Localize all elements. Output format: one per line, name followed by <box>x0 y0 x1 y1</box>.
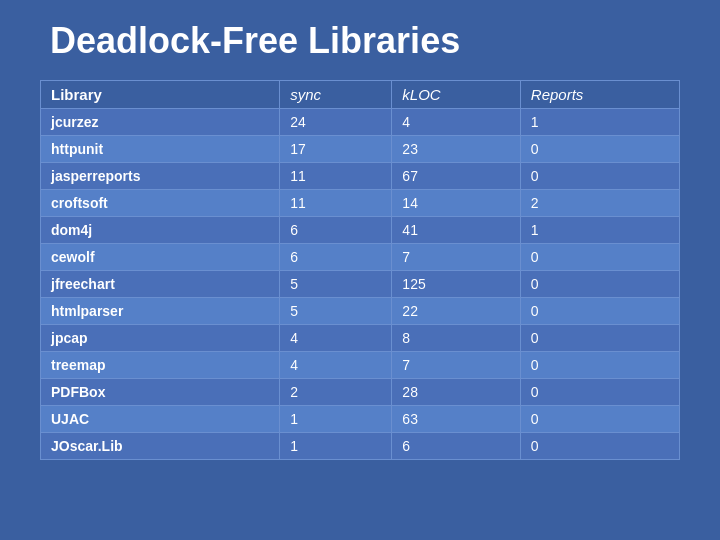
library-name: treemap <box>41 352 280 379</box>
libraries-table: LibrarysynckLOCReports jcurzez2441httpun… <box>40 80 680 460</box>
library-name: cewolf <box>41 244 280 271</box>
library-name: croftsoft <box>41 190 280 217</box>
cell-col-3: 0 <box>520 406 679 433</box>
cell-col-1: 4 <box>280 325 392 352</box>
cell-col-2: 6 <box>392 433 520 460</box>
cell-col-2: 8 <box>392 325 520 352</box>
cell-col-1: 1 <box>280 406 392 433</box>
table-header-row: LibrarysynckLOCReports <box>41 81 680 109</box>
table-header-library: Library <box>41 81 280 109</box>
cell-col-2: 23 <box>392 136 520 163</box>
library-name: jfreechart <box>41 271 280 298</box>
cell-col-3: 0 <box>520 163 679 190</box>
cell-col-2: 4 <box>392 109 520 136</box>
cell-col-3: 0 <box>520 379 679 406</box>
table-row: cewolf670 <box>41 244 680 271</box>
cell-col-2: 125 <box>392 271 520 298</box>
cell-col-3: 0 <box>520 136 679 163</box>
cell-col-3: 0 <box>520 298 679 325</box>
cell-col-2: 22 <box>392 298 520 325</box>
cell-col-1: 6 <box>280 217 392 244</box>
table-row: jpcap480 <box>41 325 680 352</box>
table-header-sync: sync <box>280 81 392 109</box>
table-row: jasperreports11670 <box>41 163 680 190</box>
cell-col-1: 5 <box>280 271 392 298</box>
table-row: croftsoft11142 <box>41 190 680 217</box>
table-row: htmlparser5220 <box>41 298 680 325</box>
cell-col-3: 0 <box>520 244 679 271</box>
table-row: PDFBox2280 <box>41 379 680 406</box>
cell-col-3: 0 <box>520 352 679 379</box>
table-row: jfreechart51250 <box>41 271 680 298</box>
cell-col-3: 0 <box>520 271 679 298</box>
table-header-kloc: kLOC <box>392 81 520 109</box>
library-name: jpcap <box>41 325 280 352</box>
cell-col-2: 63 <box>392 406 520 433</box>
library-name: jasperreports <box>41 163 280 190</box>
library-name: UJAC <box>41 406 280 433</box>
library-name: htmlparser <box>41 298 280 325</box>
cell-col-3: 0 <box>520 325 679 352</box>
library-name: JOscar.Lib <box>41 433 280 460</box>
cell-col-1: 24 <box>280 109 392 136</box>
cell-col-2: 67 <box>392 163 520 190</box>
cell-col-2: 14 <box>392 190 520 217</box>
cell-col-1: 11 <box>280 163 392 190</box>
cell-col-1: 1 <box>280 433 392 460</box>
table-row: treemap470 <box>41 352 680 379</box>
cell-col-2: 7 <box>392 352 520 379</box>
cell-col-1: 5 <box>280 298 392 325</box>
page-title: Deadlock-Free Libraries <box>40 20 460 62</box>
cell-col-1: 2 <box>280 379 392 406</box>
library-name: jcurzez <box>41 109 280 136</box>
table-row: httpunit17230 <box>41 136 680 163</box>
library-name: httpunit <box>41 136 280 163</box>
table-row: UJAC1630 <box>41 406 680 433</box>
library-name: dom4j <box>41 217 280 244</box>
table-header-reports: Reports <box>520 81 679 109</box>
library-name: PDFBox <box>41 379 280 406</box>
cell-col-3: 1 <box>520 217 679 244</box>
table-row: JOscar.Lib160 <box>41 433 680 460</box>
cell-col-2: 41 <box>392 217 520 244</box>
cell-col-2: 28 <box>392 379 520 406</box>
cell-col-3: 0 <box>520 433 679 460</box>
cell-col-2: 7 <box>392 244 520 271</box>
cell-col-1: 11 <box>280 190 392 217</box>
table-row: jcurzez2441 <box>41 109 680 136</box>
cell-col-1: 17 <box>280 136 392 163</box>
cell-col-1: 4 <box>280 352 392 379</box>
table-row: dom4j6411 <box>41 217 680 244</box>
cell-col-3: 1 <box>520 109 679 136</box>
cell-col-1: 6 <box>280 244 392 271</box>
cell-col-3: 2 <box>520 190 679 217</box>
